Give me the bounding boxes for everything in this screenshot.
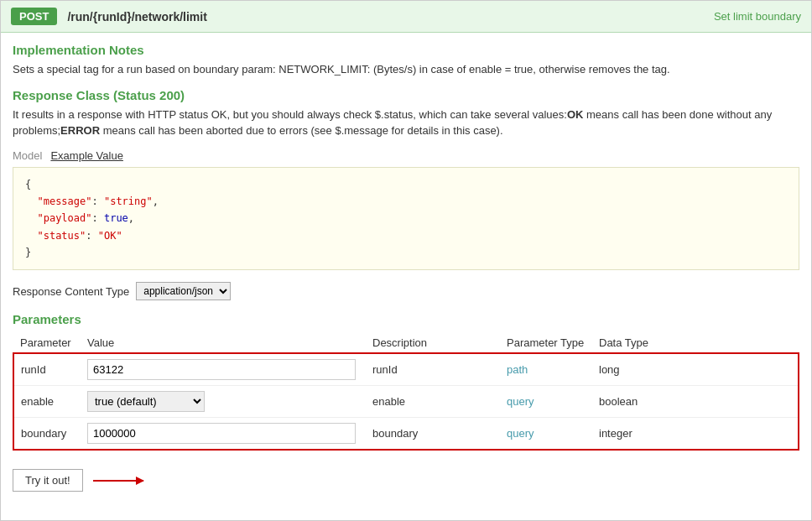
response-class-title: Response Class (Status 200) bbox=[13, 88, 799, 102]
enable-select[interactable]: true (default) false bbox=[87, 391, 205, 412]
param-desc-boundary: boundary bbox=[366, 418, 500, 451]
code-block: { "message": "string", "payload": true, … bbox=[13, 167, 799, 271]
table-row: enable true (default) false enable query… bbox=[13, 386, 799, 418]
error-desc: means call has been aborted due to error… bbox=[100, 124, 503, 137]
example-value-link[interactable]: Example Value bbox=[50, 149, 122, 162]
param-name-boundary: boundary bbox=[13, 418, 81, 451]
param-type-runid: path bbox=[500, 353, 592, 386]
try-it-button[interactable]: Try it out! bbox=[13, 469, 83, 492]
params-table: Parameter Value Description Parameter Ty… bbox=[13, 333, 799, 451]
code-val-payload: true bbox=[104, 212, 128, 224]
response-type-select[interactable]: application/json application/xml text/pl… bbox=[136, 282, 231, 300]
model-label: Model bbox=[13, 149, 42, 162]
params-header-row: Parameter Value Description Parameter Ty… bbox=[13, 333, 799, 353]
param-dtype-enable: boolean bbox=[592, 386, 799, 418]
param-desc-runid: runId bbox=[366, 353, 500, 386]
code-open-brace: { bbox=[25, 179, 31, 190]
response-class-text: It results in a response with HTTP statu… bbox=[13, 107, 799, 139]
param-dtype-runid: long bbox=[592, 353, 799, 386]
col-parameter: Parameter bbox=[13, 333, 81, 353]
table-row: boundary boundary query integer bbox=[13, 418, 799, 451]
endpoint-left: POST /run/{runId}/network/limit bbox=[11, 8, 207, 25]
param-value-runid bbox=[81, 353, 366, 386]
col-description: Description bbox=[366, 333, 500, 353]
param-name-enable: enable bbox=[13, 386, 81, 418]
error-label: ERROR bbox=[60, 124, 100, 137]
table-row: runId runId path long bbox=[13, 353, 799, 386]
boundary-input[interactable] bbox=[87, 423, 356, 444]
col-param-type: Parameter Type bbox=[500, 333, 592, 353]
param-value-boundary bbox=[81, 418, 366, 451]
code-key-status: "status" bbox=[37, 230, 86, 242]
param-name-runid: runId bbox=[13, 353, 81, 386]
col-value: Value bbox=[81, 333, 366, 353]
model-row: Model Example Value bbox=[13, 149, 799, 162]
col-data-type: Data Type bbox=[592, 333, 799, 353]
code-val-message: "string" bbox=[104, 195, 153, 207]
code-close-brace: } bbox=[25, 247, 31, 258]
endpoint-path: /run/{runId}/network/limit bbox=[67, 10, 206, 23]
runid-input[interactable] bbox=[87, 359, 356, 380]
response-type-label: Response Content Type bbox=[13, 285, 129, 298]
implementation-notes-title: Implementation Notes bbox=[13, 43, 799, 57]
param-desc-enable: enable bbox=[366, 386, 500, 418]
param-dtype-boundary: integer bbox=[592, 418, 799, 451]
page-wrapper: POST /run/{runId}/network/limit Set limi… bbox=[0, 0, 812, 521]
set-limit-action[interactable]: Set limit boundary bbox=[714, 10, 801, 23]
response-type-row: Response Content Type application/json a… bbox=[13, 282, 799, 300]
implementation-notes-text: Sets a special tag for a run based on bo… bbox=[13, 61, 799, 78]
arrow-indicator bbox=[93, 480, 143, 482]
method-badge: POST bbox=[11, 8, 57, 25]
parameters-title: Parameters bbox=[13, 312, 799, 326]
arrow-line bbox=[93, 480, 143, 482]
response-text-before: It results in a response with HTTP statu… bbox=[13, 108, 567, 121]
content-area: Implementation Notes Sets a special tag … bbox=[1, 33, 811, 508]
code-key-payload: "payload" bbox=[37, 212, 91, 224]
endpoint-header: POST /run/{runId}/network/limit Set limi… bbox=[1, 1, 811, 33]
ok-label: OK bbox=[567, 108, 584, 121]
param-value-enable: true (default) false bbox=[81, 386, 366, 418]
code-key-message: "message" bbox=[37, 195, 91, 207]
code-val-status: "OK" bbox=[98, 230, 122, 242]
param-type-boundary: query bbox=[500, 418, 592, 451]
param-type-enable: query bbox=[500, 386, 592, 418]
try-it-row: Try it out! bbox=[13, 462, 799, 498]
